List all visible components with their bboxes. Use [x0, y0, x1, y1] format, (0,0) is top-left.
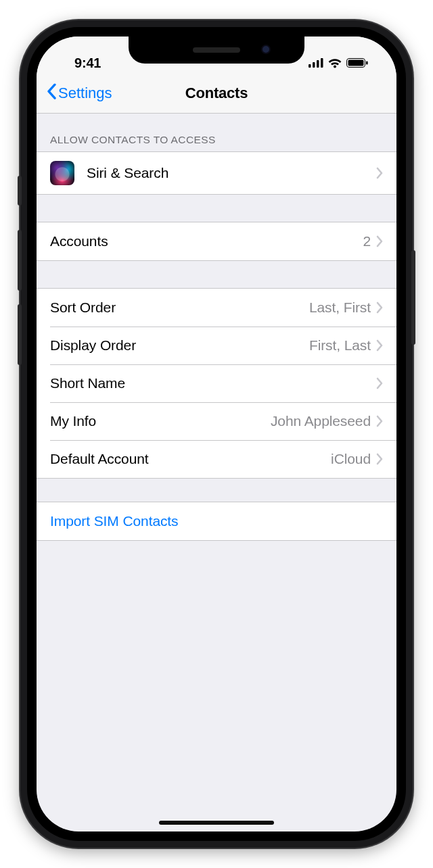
row-value: John Appleseed	[271, 413, 371, 429]
row-default-account[interactable]: Default Account iCloud	[37, 440, 396, 478]
svg-rect-2	[317, 60, 319, 68]
svg-rect-1	[313, 62, 315, 68]
nav-bar: Settings Contacts	[37, 76, 396, 114]
row-my-info[interactable]: My Info John Appleseed	[37, 402, 396, 440]
home-indicator[interactable]	[159, 821, 274, 825]
chevron-right-icon	[376, 450, 383, 468]
wifi-icon	[327, 57, 342, 68]
row-value: Last, First	[309, 299, 371, 316]
row-import-sim-contacts[interactable]: Import SIM Contacts	[37, 502, 396, 540]
svg-rect-0	[309, 64, 311, 68]
group-import: Import SIM Contacts	[37, 502, 396, 541]
group-accounts: Accounts 2	[37, 222, 396, 261]
group-header-access: ALLOW CONTACTS TO ACCESS	[37, 114, 396, 151]
back-label: Settings	[58, 85, 112, 102]
svg-rect-3	[321, 58, 323, 68]
status-time: 9:41	[57, 55, 101, 71]
svg-point-4	[334, 66, 336, 68]
phone-frame: 9:41 Set	[20, 20, 413, 848]
row-value: First, Last	[309, 337, 371, 354]
row-label: Short Name	[50, 375, 376, 391]
chevron-right-icon	[376, 336, 383, 355]
chevron-right-icon	[376, 164, 383, 183]
chevron-right-icon	[376, 232, 383, 251]
row-value: iCloud	[331, 451, 371, 467]
row-label: Siri & Search	[87, 165, 376, 181]
screen: 9:41 Set	[37, 37, 396, 831]
group-prefs: Sort Order Last, First Display Order Fir…	[37, 288, 396, 479]
row-label: Import SIM Contacts	[50, 513, 383, 529]
cellular-signal-icon	[309, 58, 323, 68]
row-value: 2	[363, 233, 371, 249]
row-label: Accounts	[50, 233, 363, 249]
siri-icon	[50, 161, 74, 185]
page-title: Contacts	[185, 85, 248, 102]
row-label: My Info	[50, 413, 271, 429]
notch	[129, 37, 304, 64]
chevron-right-icon	[376, 412, 383, 431]
group-access: Siri & Search	[37, 151, 396, 195]
battery-icon	[346, 58, 368, 68]
chevron-left-icon	[46, 82, 57, 103]
row-accounts[interactable]: Accounts 2	[37, 222, 396, 260]
svg-rect-7	[366, 62, 368, 65]
row-display-order[interactable]: Display Order First, Last	[37, 327, 396, 364]
row-label: Display Order	[50, 337, 309, 354]
chevron-right-icon	[376, 298, 383, 317]
back-button[interactable]: Settings	[46, 83, 112, 103]
row-sort-order[interactable]: Sort Order Last, First	[37, 289, 396, 327]
row-siri-search[interactable]: Siri & Search	[37, 152, 396, 194]
row-short-name[interactable]: Short Name	[37, 364, 396, 402]
chevron-right-icon	[376, 374, 383, 393]
row-label: Default Account	[50, 451, 331, 467]
row-label: Sort Order	[50, 299, 309, 316]
svg-rect-6	[348, 60, 364, 66]
